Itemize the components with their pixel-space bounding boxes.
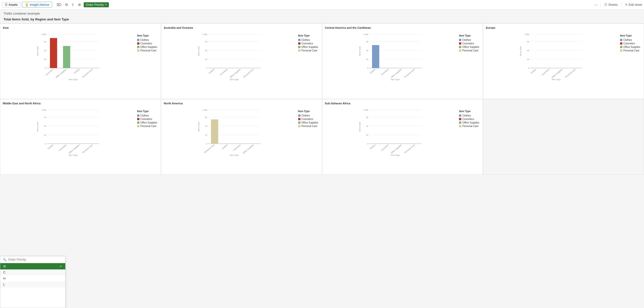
chart-wrap: 02k4k6k7.65kItems SoldClothesCosmeticsOf… [486, 30, 641, 81]
legend-item-label: Cosmetics [140, 42, 152, 45]
svg-text:Clothes: Clothes [73, 68, 80, 74]
legend-item-label: Cosmetics [462, 118, 474, 120]
legend-item: Personal Care [620, 49, 641, 52]
legend-color-dot [298, 49, 300, 52]
svg-text:2k: 2k [205, 58, 207, 60]
svg-text:0: 0 [206, 143, 207, 145]
chart-svg: 02k4k6k7.65kItems SoldClothesCosmeticsOf… [486, 30, 619, 81]
order-priority-tab[interactable]: Order Priority ✕ [84, 2, 109, 7]
toolbar-grid-icon[interactable]: ⌦ [56, 2, 63, 7]
chart-legend: Item TypeClothesCosmeticsOffice Supplies… [457, 106, 480, 156]
svg-text:Cosmetics: Cosmetics [58, 144, 67, 152]
svg-text:Items Sold: Items Sold [37, 122, 39, 132]
legend-title: Item Type [298, 34, 319, 37]
svg-text:Cosmetics: Cosmetics [219, 68, 228, 76]
chart-cell-europe: Europe02k4k6k7.65kItems SoldClothesCosme… [483, 23, 644, 99]
svg-text:Items Sold: Items Sold [359, 46, 361, 56]
legend-color-dot [459, 49, 461, 52]
divider2 [621, 2, 622, 7]
nav-next-button[interactable]: › [596, 3, 597, 7]
edit-sheet-button[interactable]: ✎ Edit sheet [625, 3, 642, 7]
legend-color-dot [137, 118, 139, 120]
svg-text:Clothes: Clothes [369, 68, 376, 74]
legend-item: Cosmetics [298, 118, 319, 120]
toolbar-share-icon[interactable]: ⇧ [70, 2, 75, 7]
trellis-grid: Asia02k4k6k7.65kItems SoldCosmeticsOffic… [0, 23, 644, 175]
legend-title: Item Type [459, 110, 480, 113]
chart-svg: 02k4k6k7.65kItems SoldClothesCosmeticsOf… [3, 106, 136, 156]
svg-text:Item Type: Item Type [69, 154, 78, 156]
legend-item: Clothes [298, 39, 319, 41]
legend-item: Personal Care [298, 125, 319, 128]
legend-color-dot [620, 39, 622, 41]
svg-text:Clothes: Clothes [208, 68, 215, 74]
svg-text:Personal Care: Personal Care [404, 68, 415, 78]
chart-legend: Item TypeClothesCosmeticsOffice Supplies… [619, 30, 641, 81]
legend-title: Item Type [137, 34, 158, 37]
chart-legend: Item TypeClothesCosmeticsOffice Supplies… [457, 30, 480, 81]
svg-text:Office Supplies: Office Supplies [242, 144, 254, 154]
svg-text:Cosmetics: Cosmetics [232, 144, 241, 152]
page-title: Trellis container example [4, 12, 40, 15]
legend-item-label: Personal Care [140, 49, 157, 52]
nav-prev-button[interactable]: ‹ [594, 3, 596, 7]
legend-color-dot [298, 114, 300, 117]
region-title: Sub-Saharan Africa [325, 102, 480, 105]
legend-color-dot [459, 46, 461, 48]
chart-svg: 02k4k6k7.65kItems SoldPersonal CareCloth… [164, 106, 297, 156]
legend-item: Cosmetics [620, 42, 641, 45]
svg-text:6k: 6k [205, 41, 207, 43]
chart-wrap: 02k4k6k7.65kItems SoldPersonal CareCloth… [164, 106, 319, 156]
topbar: ☷ Assets 💡 Insight Advisor ⌦ ⧉ ⇧ ⚙ Order… [0, 0, 644, 10]
legend-item-label: Cosmetics [301, 42, 313, 45]
edit-icon: ✎ [625, 3, 628, 7]
svg-text:2k: 2k [44, 58, 46, 60]
legend-item: Cosmetics [298, 42, 319, 45]
legend-item: Office Supplies [459, 46, 480, 48]
region-title: Asia [3, 26, 158, 29]
legend-color-dot [137, 125, 139, 127]
svg-text:6k: 6k [527, 41, 529, 43]
svg-text:Personal Care: Personal Care [404, 144, 415, 154]
svg-text:6k: 6k [44, 116, 46, 118]
svg-text:0: 0 [367, 143, 368, 145]
region-title: Australia and Oceania [164, 26, 319, 29]
chart-cell-middle-east-and-north-africa: Middle East and North Africa02k4k6k7.65k… [0, 99, 161, 175]
legend-item-label: Clothes [301, 114, 310, 117]
chart-title-bar: Total Items Sold, by Region and Item Typ… [0, 16, 644, 23]
svg-text:Personal Care: Personal Care [82, 68, 93, 78]
svg-text:4k: 4k [205, 125, 207, 127]
tab-close-icon[interactable]: ✕ [105, 3, 107, 6]
toolbar-settings-icon[interactable]: ⚙ [77, 2, 82, 7]
svg-text:Item Type: Item Type [230, 78, 239, 81]
chart-wrap: 02k4k6k7.65kItems SoldClothesCosmeticsOf… [3, 106, 158, 156]
topbar-right: ‹ › ☷ Sheets ✎ Edit sheet [594, 2, 642, 7]
sheets-label: Sheets [608, 3, 618, 7]
legend-item: Office Supplies [137, 46, 158, 48]
svg-text:4k: 4k [366, 49, 368, 52]
sheets-button[interactable]: ☷ Sheets [604, 3, 618, 7]
legend-color-dot [459, 125, 461, 127]
assets-button[interactable]: ☷ Assets [2, 2, 20, 8]
legend-title: Item Type [459, 34, 480, 37]
edit-sheet-label: Edit sheet [629, 3, 642, 7]
chart-wrap: 02k4k6k7.65kItems SoldClothesCosmeticsOf… [325, 30, 480, 81]
chart-legend: Item TypeClothesCosmeticsOffice Supplies… [297, 30, 319, 81]
region-title: Middle East and North Africa [3, 102, 158, 105]
legend-color-dot [137, 114, 139, 117]
svg-text:4k: 4k [366, 125, 368, 127]
legend-color-dot [620, 42, 622, 45]
chart-svg: 02k4k6k7.65kItems SoldCosmeticsOffice Su… [3, 30, 136, 81]
svg-rect-13 [63, 46, 70, 68]
legend-item-label: Personal Care [301, 125, 318, 128]
svg-text:2k: 2k [366, 58, 368, 60]
svg-rect-94 [211, 119, 218, 144]
svg-text:6k: 6k [366, 41, 368, 43]
insight-advisor-button[interactable]: 💡 Insight Advisor [22, 2, 52, 8]
insight-icon: 💡 [25, 3, 29, 7]
legend-item: Office Supplies [459, 121, 480, 124]
toolbar-expand-icon[interactable]: ⧉ [64, 2, 69, 7]
svg-rect-45 [372, 45, 379, 68]
legend-color-dot [298, 42, 300, 45]
svg-text:6k: 6k [366, 116, 368, 118]
